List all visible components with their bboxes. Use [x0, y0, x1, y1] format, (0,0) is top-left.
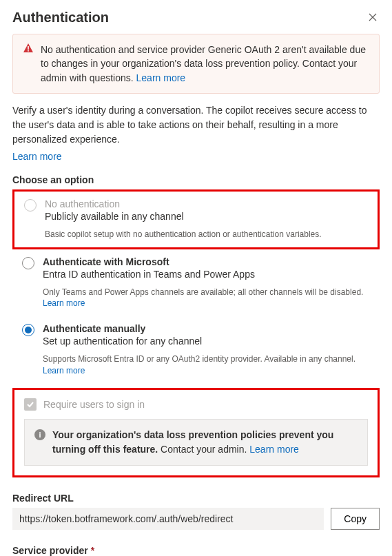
radio-manual-auth[interactable] — [22, 324, 34, 336]
option-description: Basic copilot setup with no authenticati… — [45, 229, 369, 240]
dlp-note-rest: Contact your admin. — [158, 444, 249, 455]
dlp-warning-banner: No authentication and service provider G… — [12, 34, 380, 94]
ms-learn-more-link[interactable]: Learn more — [43, 298, 85, 308]
option-authenticate-manually[interactable]: Authenticate manually Set up authenticat… — [12, 316, 380, 384]
choose-option-label: Choose an option — [12, 174, 380, 185]
manual-learn-more-link[interactable]: Learn more — [43, 366, 85, 375]
svg-rect-1 — [28, 50, 29, 52]
dlp-block-note: i Your organization's data loss preventi… — [24, 419, 368, 466]
svg-rect-0 — [28, 46, 29, 50]
intro-text: Verify a user's identity during a conver… — [12, 103, 380, 147]
copy-button[interactable]: Copy — [331, 508, 380, 530]
require-signin-checkbox — [24, 398, 37, 411]
banner-text: No authentication and service provider G… — [41, 44, 366, 83]
radio-no-auth — [24, 199, 37, 212]
redirect-url-label: Redirect URL — [12, 493, 380, 504]
warning-icon — [23, 43, 34, 85]
close-button[interactable] — [366, 11, 380, 24]
option-no-authentication: No authentication Publicly available in … — [14, 192, 378, 247]
info-icon: i — [34, 429, 45, 440]
option-description: Supports Microsoft Entra ID or any OAuth… — [43, 354, 355, 364]
radio-ms-auth[interactable] — [22, 257, 34, 269]
option-title: No authentication — [45, 198, 369, 209]
option-title: Authenticate with Microsoft — [43, 256, 371, 267]
option-subtitle: Set up authentication for any channel — [43, 336, 371, 347]
require-signin-label: Require users to sign in — [43, 399, 145, 410]
redirect-url-value: https://token.botframework.com/.auth/web… — [12, 508, 324, 530]
option-description: Only Teams and Power Apps channels are a… — [43, 287, 363, 297]
require-signin-checkbox-row: Require users to sign in — [24, 398, 368, 411]
option-subtitle: Entra ID authentication in Teams and Pow… — [43, 269, 371, 280]
banner-learn-more-link[interactable]: Learn more — [136, 72, 186, 83]
intro-learn-more-link[interactable]: Learn more — [12, 151, 62, 162]
option-title: Authenticate manually — [43, 323, 371, 334]
dlp-learn-more-link[interactable]: Learn more — [249, 444, 299, 455]
service-provider-label: Service provider * — [12, 545, 380, 556]
option-subtitle: Publicly available in any channel — [45, 211, 369, 222]
option-authenticate-microsoft[interactable]: Authenticate with Microsoft Entra ID aut… — [12, 249, 380, 317]
page-title: Authentication — [12, 10, 109, 25]
